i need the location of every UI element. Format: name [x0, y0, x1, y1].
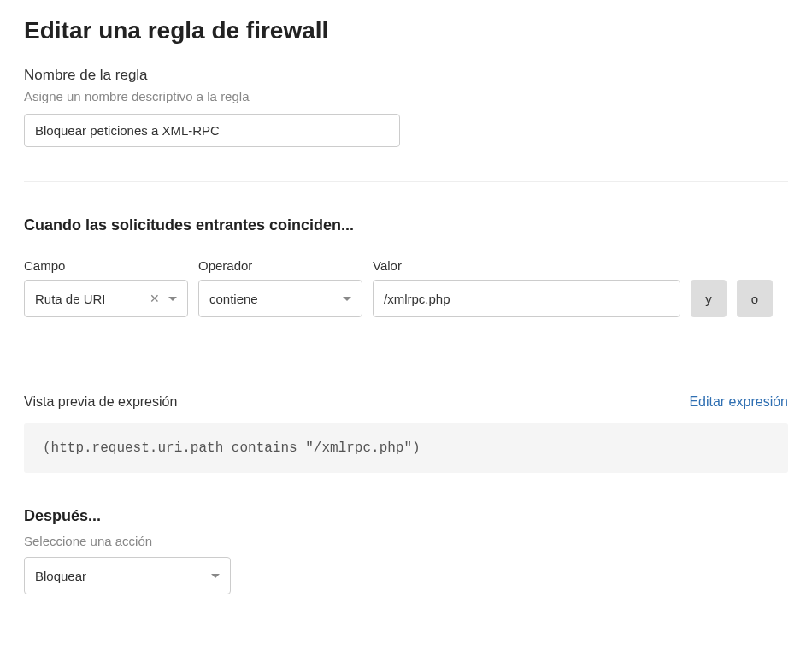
- rule-name-help: Asigne un nombre descriptivo a la regla: [24, 89, 788, 103]
- action-select-value: Bloquear: [35, 569, 211, 583]
- preview-label: Vista previa de expresión: [24, 394, 177, 410]
- chevron-down-icon: [168, 297, 177, 301]
- match-heading: Cuando las solicitudes entrantes coincid…: [24, 216, 788, 234]
- field-group-valor: Valor: [373, 258, 680, 317]
- chevron-down-icon: [211, 574, 220, 578]
- rule-name-section: Nombre de la regla Asigne un nombre desc…: [24, 67, 788, 147]
- after-heading: Después...: [24, 507, 788, 525]
- after-label: Seleccione una acción: [24, 534, 788, 548]
- or-button[interactable]: o: [737, 280, 773, 317]
- and-button[interactable]: y: [691, 280, 727, 317]
- rule-condition-row: Campo Ruta de URI ✕ Operador contiene Va…: [24, 258, 788, 317]
- field-select-value: Ruta de URI: [35, 292, 150, 306]
- rule-name-label: Nombre de la regla: [24, 67, 788, 84]
- expression-preview: (http.request.uri.path contains "/xmlrpc…: [24, 423, 788, 473]
- field-group-operador: Operador contiene: [198, 258, 362, 317]
- edit-expression-link[interactable]: Editar expresión: [689, 394, 788, 410]
- preview-section: Vista previa de expresión Editar expresi…: [24, 394, 788, 473]
- chevron-down-icon: [343, 297, 351, 301]
- page-title: Editar una regla de firewall: [24, 17, 788, 44]
- field-label-valor: Valor: [373, 258, 680, 273]
- operator-select[interactable]: contiene: [198, 280, 362, 317]
- preview-header: Vista previa de expresión Editar expresi…: [24, 394, 788, 410]
- operator-select-value: contiene: [209, 292, 343, 306]
- value-input[interactable]: [373, 280, 680, 317]
- field-select[interactable]: Ruta de URI ✕: [24, 280, 188, 317]
- field-group-campo: Campo Ruta de URI ✕: [24, 258, 188, 317]
- after-section: Después... Seleccione una acción Bloquea…: [24, 507, 788, 594]
- action-select[interactable]: Bloquear: [24, 557, 231, 594]
- field-label-operador: Operador: [198, 258, 362, 273]
- field-label-campo: Campo: [24, 258, 188, 273]
- divider: [24, 181, 788, 182]
- rule-name-input[interactable]: [24, 114, 400, 147]
- clear-icon[interactable]: ✕: [150, 293, 160, 304]
